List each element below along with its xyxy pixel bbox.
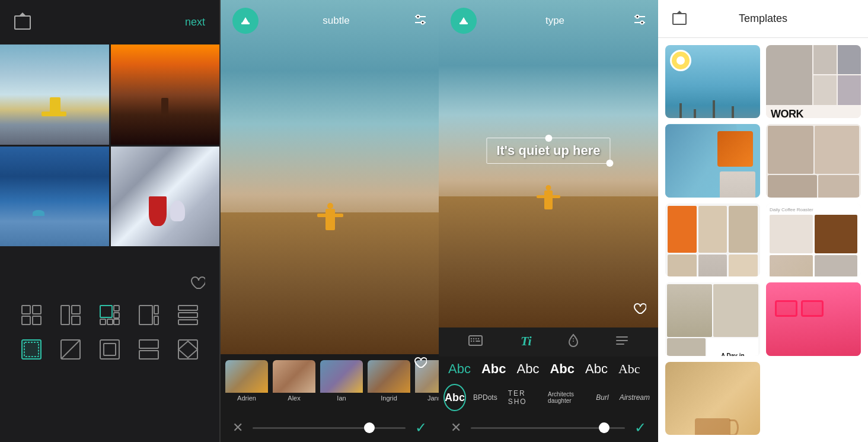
heart-button-2[interactable]	[632, 301, 646, 318]
text-slider[interactable]	[471, 427, 625, 429]
svg-marker-28	[178, 341, 197, 358]
template-card-1[interactable]	[665, 45, 760, 118]
collage-grid	[0, 44, 219, 246]
template-card-2[interactable]: WORKWITHUS!	[766, 45, 861, 118]
keyboard-icon[interactable]	[468, 335, 483, 349]
phone-collage-panel: next	[0, 0, 219, 442]
template-card-5[interactable]	[665, 203, 760, 276]
confirm-button[interactable]: ✓	[415, 419, 427, 436]
filter-thumb-ian[interactable]: Ian	[320, 360, 363, 408]
svg-rect-16	[178, 306, 197, 310]
layout-horizontal-split[interactable]	[136, 336, 162, 362]
layout-row-2	[12, 336, 208, 362]
template-card-8[interactable]	[766, 282, 861, 355]
font-bpdots[interactable]: BPDots	[470, 393, 501, 402]
eraser-icon-2	[458, 15, 470, 27]
heart-icon[interactable]	[189, 275, 205, 290]
svg-rect-12	[114, 319, 119, 325]
filter-slider[interactable]	[253, 427, 406, 429]
svg-point-33	[422, 21, 425, 24]
collage-cell-2[interactable]	[111, 44, 220, 145]
phone-filter-panel: subtle Adrien Alex	[219, 0, 439, 442]
drag-handle-bottom[interactable]	[607, 160, 614, 167]
font-architects[interactable]: Architects daughter	[544, 391, 589, 404]
font-sample-bold[interactable]: Abc	[479, 361, 509, 377]
svg-rect-11	[107, 319, 113, 325]
font-sample-sans[interactable]: Abc	[446, 361, 473, 377]
font-sample-thin[interactable]: Abc	[583, 361, 610, 377]
templates-panel: Templates	[658, 0, 868, 442]
filter-label-alex: Alex	[273, 395, 315, 402]
text-overlay[interactable]: It's quiet up here	[486, 138, 610, 164]
svg-rect-23	[100, 340, 119, 359]
filter-thumb-ingrid[interactable]: Ingrid	[368, 360, 410, 408]
svg-rect-26	[139, 351, 158, 359]
layout-grid-side[interactable]	[136, 302, 162, 328]
filter-label-janne: Janne	[415, 395, 439, 402]
layout-row-1	[12, 302, 208, 328]
filter-label-ian: Ian	[320, 395, 363, 402]
text-back-button[interactable]	[451, 8, 477, 34]
font-sample-black[interactable]: Abc	[547, 361, 577, 377]
svg-rect-5	[72, 306, 80, 314]
filter-thumb-alex[interactable]: Alex	[273, 360, 315, 408]
abc-circle-button[interactable]: Abc	[443, 384, 466, 411]
phone1-header: next	[0, 0, 219, 44]
svg-rect-24	[104, 344, 116, 355]
cancel-button[interactable]: ✕	[232, 420, 243, 435]
layout-diagonal[interactable]	[58, 336, 84, 362]
svg-line-22	[61, 340, 80, 359]
heart-button[interactable]	[413, 355, 427, 371]
heart-row	[0, 270, 219, 295]
templates-home-icon[interactable]	[672, 13, 687, 25]
type-adjust-icon[interactable]	[633, 14, 646, 28]
template-card-4[interactable]	[766, 124, 861, 197]
font-sample-serif[interactable]: Abc	[616, 361, 643, 377]
filter-thumb-adrien[interactable]: Adrien	[225, 360, 268, 408]
svg-rect-7	[100, 306, 112, 317]
templates-header: Templates	[658, 0, 868, 38]
collage-cell-3[interactable]	[0, 147, 109, 247]
drag-handle-top[interactable]	[545, 135, 552, 142]
svg-rect-27	[178, 340, 197, 359]
svg-text:Ti: Ti	[521, 333, 532, 348]
layout-square-frame[interactable]	[97, 336, 123, 362]
layout-grid-2x2[interactable]	[18, 302, 44, 328]
next-button[interactable]: next	[185, 16, 205, 28]
collage-cell-1[interactable]	[0, 44, 109, 145]
template-card-7[interactable]: A Day inthe Office	[665, 282, 760, 355]
font-burl[interactable]: Burl	[592, 393, 612, 402]
font-row-2: Abc BPDots TER SHO Architects daughter B…	[439, 381, 658, 414]
layout-grid-alt[interactable]	[58, 302, 84, 328]
filter-name: subtle	[323, 15, 349, 27]
back-button[interactable]	[232, 8, 259, 34]
phone3-header: type	[439, 0, 658, 42]
align-icon[interactable]	[615, 335, 628, 349]
layout-diamond[interactable]	[175, 336, 201, 362]
svg-point-31	[417, 15, 420, 18]
layout-grid-highlight[interactable]	[97, 302, 123, 328]
svg-rect-34	[459, 23, 468, 24]
font-tersho[interactable]: TER SHO	[505, 389, 541, 406]
svg-rect-1	[33, 306, 41, 314]
font-airstream[interactable]: Airstream	[616, 393, 653, 402]
collage-cell-4[interactable]	[111, 147, 220, 247]
italic-font-icon[interactable]: Ti	[519, 333, 532, 351]
template-card-9[interactable]	[665, 362, 760, 435]
template-card-6[interactable]: Daily Coffee Roaster www.yourwebsite.com	[766, 203, 861, 276]
svg-rect-13	[139, 306, 152, 325]
home-icon[interactable]	[14, 15, 31, 30]
text-confirm-button[interactable]: ✓	[634, 419, 646, 436]
main-photo-area	[221, 0, 439, 354]
font-sample-light[interactable]: Abc	[514, 361, 541, 377]
type-label: type	[545, 15, 564, 27]
text-cancel-button[interactable]: ✕	[451, 420, 461, 435]
svg-rect-25	[139, 340, 158, 348]
adjust-icon[interactable]	[414, 14, 427, 28]
color-drop-icon[interactable]	[567, 333, 579, 351]
templates-title: Templates	[687, 12, 840, 25]
template-card-3[interactable]: Last Timein Europe	[665, 124, 760, 197]
layout-frame-active[interactable]	[18, 336, 44, 362]
phone-text-panel: type It's quiet up here	[439, 0, 658, 442]
layout-strips[interactable]	[175, 302, 201, 328]
